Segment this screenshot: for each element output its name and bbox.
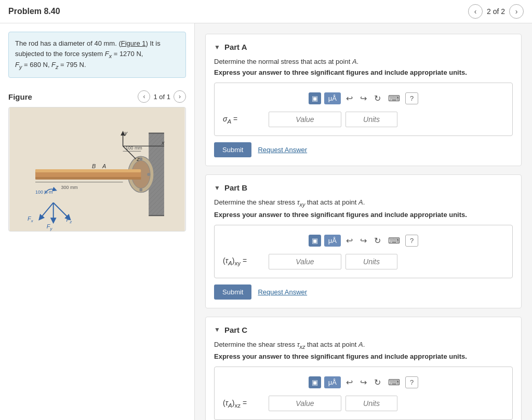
part-c-units-input[interactable] <box>345 396 397 411</box>
part-c-description: Determine the shear stress τxz that acts… <box>214 341 513 350</box>
keyboard-button-b[interactable]: ⌨ <box>386 234 402 248</box>
main-layout: The rod has a diameter of 40 mm. (Figure… <box>0 23 532 420</box>
redo-button-b[interactable]: ↪ <box>358 234 369 248</box>
refresh-button-b[interactable]: ↻ <box>372 234 383 248</box>
part-b-instruction: Express your answer to three significant… <box>214 211 513 219</box>
part-b-description: Determine the shear stress τxy that acts… <box>214 198 513 208</box>
svg-rect-13 <box>35 169 141 172</box>
svg-rect-14 <box>35 177 141 180</box>
part-a-section: ▼ Part A Determine the normal stress tha… <box>205 34 522 166</box>
part-a-units-input[interactable] <box>345 112 397 127</box>
part-c-arrow[interactable]: ▼ <box>214 326 220 333</box>
part-b-answer-box: ▣ μÅ ↩ ↪ ↻ ⌨ ? (τA)xy = <box>214 225 513 278</box>
part-b-section: ▼ Part B Determine the shear stress τxy … <box>205 174 522 308</box>
right-panel: ▼ Part A Determine the normal stress tha… <box>195 23 532 420</box>
part-c-section: ▼ Part C Determine the shear stress τxz … <box>205 317 522 420</box>
svg-text:B: B <box>92 163 96 169</box>
figure-page: 1 of 1 <box>153 93 170 101</box>
page-label: 2 of 2 <box>487 7 505 16</box>
part-c-toolbar: ▣ μÅ ↩ ↪ ↻ ⌨ ? <box>223 375 504 389</box>
left-panel: The rod has a diameter of 40 mm. (Figure… <box>0 23 195 420</box>
top-bar: Problem 8.40 ‹ 2 of 2 › <box>0 0 532 23</box>
part-b-value-input[interactable] <box>269 254 341 269</box>
part-a-arrow[interactable]: ▼ <box>214 44 220 51</box>
undo-button-a[interactable]: ↩ <box>344 91 355 105</box>
matrix-button-b[interactable]: ▣ <box>309 235 321 247</box>
page-title: Problem 8.40 <box>8 7 60 16</box>
redo-button-c[interactable]: ↪ <box>358 375 369 389</box>
matrix-button-a[interactable]: ▣ <box>309 92 321 104</box>
part-a-header: ▼ Part A <box>214 43 513 51</box>
redo-button-a[interactable]: ↪ <box>358 91 369 105</box>
figure-image: A B y x z <box>8 107 186 232</box>
svg-text:x: x <box>161 140 165 146</box>
part-b-input-label: (τA)xy = <box>223 256 264 266</box>
part-c-header: ▼ Part C <box>214 326 513 334</box>
help-button-b[interactable]: ? <box>405 235 418 247</box>
svg-text:y: y <box>124 130 128 136</box>
part-a-actions: Submit Request Answer <box>214 142 513 157</box>
part-b-input-row: (τA)xy = <box>223 254 504 269</box>
part-c-label: Part C <box>224 326 247 334</box>
mu-button-a[interactable]: μÅ <box>324 92 341 104</box>
figure-svg: A B y x z <box>9 107 185 231</box>
part-b-actions: Submit Request Answer <box>214 284 513 300</box>
svg-text:100 N·m: 100 N·m <box>35 189 53 195</box>
part-b-header: ▼ Part B <box>214 183 513 192</box>
svg-text:z: z <box>136 156 140 162</box>
part-a-value-input[interactable] <box>269 112 341 127</box>
undo-button-c[interactable]: ↩ <box>344 375 355 389</box>
svg-point-9 <box>139 188 142 192</box>
help-button-c[interactable]: ? <box>405 376 418 388</box>
figure-header: Figure ‹ 1 of 1 › <box>8 90 186 103</box>
part-b-request-button[interactable]: Request Answer <box>258 288 307 296</box>
part-a-toolbar: ▣ μÅ ↩ ↪ ↻ ⌨ ? <box>223 91 504 105</box>
part-c-answer-box: ▣ μÅ ↩ ↪ ↻ ⌨ ? (τA)xz = <box>214 367 513 420</box>
refresh-button-c[interactable]: ↻ <box>372 375 383 389</box>
problem-info: The rod has a diameter of 40 mm. (Figure… <box>8 32 186 78</box>
part-c-input-row: (τA)xz = <box>223 396 504 411</box>
part-b-toolbar: ▣ μÅ ↩ ↪ ↻ ⌨ ? <box>223 234 504 248</box>
svg-text:100 mm: 100 mm <box>126 145 142 151</box>
svg-point-11 <box>147 173 150 176</box>
figure-section: Figure ‹ 1 of 1 › <box>8 90 186 232</box>
matrix-button-c[interactable]: ▣ <box>309 376 321 388</box>
part-c-input-label: (τA)xz = <box>223 399 264 409</box>
mu-button-b[interactable]: μÅ <box>324 235 341 247</box>
part-a-label: Part A <box>224 43 247 51</box>
prev-page-button[interactable]: ‹ <box>468 4 483 19</box>
keyboard-button-a[interactable]: ⌨ <box>386 91 402 105</box>
part-a-instruction: Express your answer to three significant… <box>214 69 513 76</box>
help-button-a[interactable]: ? <box>405 92 418 104</box>
mu-button-c[interactable]: μÅ <box>324 376 341 388</box>
part-c-value-input[interactable] <box>269 396 341 411</box>
part-b-units-input[interactable] <box>345 254 397 269</box>
refresh-button-a[interactable]: ↻ <box>372 91 383 105</box>
keyboard-button-c[interactable]: ⌨ <box>386 375 402 389</box>
part-c-instruction: Express your answer to three significant… <box>214 353 513 360</box>
undo-button-b[interactable]: ↩ <box>344 234 355 248</box>
next-page-button[interactable]: › <box>509 4 524 19</box>
svg-text:A: A <box>102 163 106 169</box>
part-a-description: Determine the normal stress that acts at… <box>214 58 513 65</box>
part-b-label: Part B <box>224 183 247 192</box>
figure-next-button[interactable]: › <box>174 90 186 103</box>
figure-prev-button[interactable]: ‹ <box>138 90 150 103</box>
problem-text: The rod has a diameter of 40 mm. (Figure… <box>15 39 161 69</box>
figure-nav: ‹ 1 of 1 › <box>138 90 186 103</box>
svg-point-8 <box>139 157 142 160</box>
figure-title: Figure <box>8 92 32 101</box>
part-a-submit-button[interactable]: Submit <box>214 142 251 157</box>
part-a-answer-box: ▣ μÅ ↩ ↪ ↻ ⌨ ? σA = <box>214 83 513 136</box>
part-a-request-button[interactable]: Request Answer <box>258 146 307 154</box>
part-a-input-row: σA = <box>223 112 504 127</box>
part-b-arrow[interactable]: ▼ <box>214 184 220 192</box>
nav-controls: ‹ 2 of 2 › <box>468 4 524 19</box>
part-a-input-label: σA = <box>223 115 264 125</box>
svg-text:300 mm: 300 mm <box>61 185 78 190</box>
part-b-submit-button[interactable]: Submit <box>214 284 251 300</box>
